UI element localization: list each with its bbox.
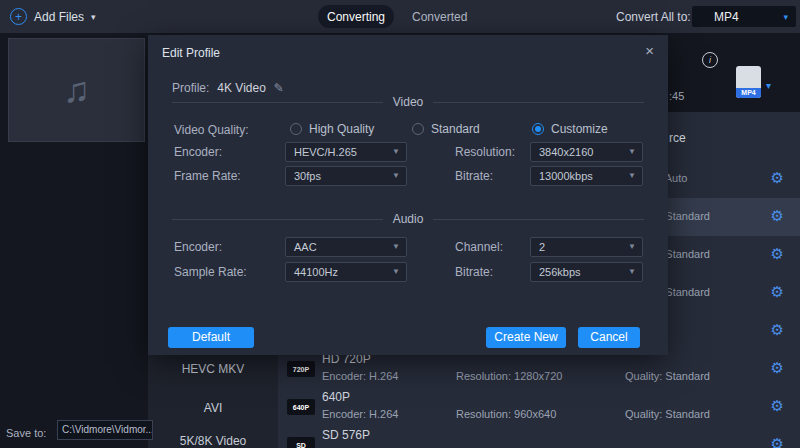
app-window: ♫ i :45 MP4 ▾ rce HEVC MKV AVI 5K/8K Vid… [0, 0, 800, 448]
chevron-down-icon: ▼ [392, 238, 400, 256]
video-bitrate-dropdown[interactable]: 13000kbps ▼ [530, 166, 643, 186]
output-format-icon[interactable]: MP4 [736, 66, 761, 98]
chevron-down-icon: ▼ [392, 263, 400, 281]
channel-dropdown[interactable]: 2 ▼ [530, 237, 643, 257]
profile-row-640p[interactable]: 640P 640P Encoder: H.264 Resolution: 960… [278, 388, 800, 426]
convert-all-label: Convert All to: [616, 0, 691, 33]
gear-icon[interactable]: ⚙ [771, 284, 784, 299]
profile-name-value: 4K Video [217, 81, 266, 95]
gear-icon[interactable]: ⚙ [771, 398, 784, 413]
chevron-down-icon: ▼ [628, 167, 636, 185]
radio-standard[interactable]: Standard [412, 122, 480, 136]
resolution-label: Resolution: [455, 142, 515, 162]
profile-resolution: Resolution: 1280x720 [456, 370, 562, 382]
profile-row-sd576p[interactable]: SD SD 576P ⚙ [278, 426, 800, 448]
music-note-icon: ♫ [63, 69, 90, 111]
chevron-down-icon: ▾ [783, 12, 788, 22]
media-thumbnail: ♫ [8, 38, 145, 142]
radio-customize[interactable]: Customize [532, 122, 608, 136]
tab-converted[interactable]: Converted [412, 5, 467, 28]
sample-rate-label: Sample Rate: [174, 262, 247, 282]
chevron-down-icon: ▼ [392, 167, 400, 185]
convert-all-dropdown[interactable]: MP4 ▾ [692, 6, 796, 27]
profile-title: SD 576P [322, 428, 370, 442]
profile-resolution: Resolution: 960x640 [456, 408, 556, 420]
radio-high-quality[interactable]: High Quality [290, 122, 374, 136]
dialog-title: Edit Profile [162, 46, 220, 60]
gear-icon[interactable]: ⚙ [771, 208, 784, 223]
gear-icon[interactable]: ⚙ [771, 246, 784, 261]
channel-label: Channel: [455, 237, 503, 257]
output-format-caret-icon[interactable]: ▾ [766, 80, 771, 91]
encoder-label: Encoder: [174, 142, 222, 162]
video-row-2: Frame Rate: 30fps ▼ Bitrate: 13000kbps ▼ [148, 166, 668, 186]
chevron-down-icon: ▼ [628, 143, 636, 161]
resolution-badge: SD [287, 437, 315, 448]
edit-pencil-icon[interactable]: ✎ [274, 81, 284, 95]
profile-quality: Quality: Standard [625, 408, 710, 420]
radio-icon [290, 123, 302, 135]
audio-section-header: Audio [172, 212, 644, 226]
resolution-badge: 720P [287, 361, 315, 377]
profile-row-hd720p[interactable]: 720P HD 720P Encoder: H.264 Resolution: … [278, 350, 800, 388]
sidebar-item-hevc-mkv[interactable]: HEVC MKV [148, 362, 278, 376]
default-button[interactable]: Default [168, 327, 254, 348]
sidebar-item-avi[interactable]: AVI [148, 401, 278, 415]
convert-all-value: MP4 [714, 10, 739, 24]
chevron-down-icon: ▼ [392, 143, 400, 161]
panel-header-fragment: rce [669, 131, 686, 145]
video-section-header: Video [172, 95, 644, 109]
create-new-button[interactable]: Create New [486, 327, 566, 348]
radio-icon [412, 123, 424, 135]
plus-icon: + [10, 8, 27, 25]
add-files-label: Add Files [34, 10, 84, 24]
tab-converting[interactable]: Converting [318, 5, 394, 28]
chevron-down-icon: ▾ [91, 12, 96, 22]
gear-icon[interactable]: ⚙ [771, 436, 784, 448]
frame-rate-dropdown[interactable]: 30fps ▼ [285, 166, 407, 186]
frame-rate-label: Frame Rate: [174, 166, 241, 186]
gear-icon[interactable]: ⚙ [771, 170, 784, 185]
video-quality-label: Video Quality: [174, 123, 249, 137]
audio-row-2: Sample Rate: 44100Hz ▼ Bitrate: 256kbps … [148, 262, 668, 282]
gear-icon[interactable]: ⚙ [771, 322, 784, 337]
video-bitrate-label: Bitrate: [455, 166, 493, 186]
chevron-down-icon: ▼ [628, 263, 636, 281]
media-duration: :45 [669, 90, 684, 102]
profile-quality: Quality: Standard [625, 370, 710, 382]
profile-label: Profile: [172, 81, 209, 95]
save-to-input[interactable]: C:\Vidmore\Vidmor... [57, 420, 153, 440]
audio-encoder-label: Encoder: [174, 237, 222, 257]
sidebar-item-5k8k[interactable]: 5K/8K Video [148, 434, 278, 448]
video-encoder-dropdown[interactable]: HEVC/H.265 ▼ [285, 142, 407, 162]
audio-row-1: Encoder: AAC ▼ Channel: 2 ▼ [148, 237, 668, 257]
info-icon[interactable]: i [702, 52, 718, 68]
add-files-button[interactable]: + Add Files ▾ [10, 0, 96, 33]
profile-name-row: Profile: 4K Video ✎ [172, 81, 284, 95]
save-to-label: Save to: [6, 427, 46, 439]
sample-rate-dropdown[interactable]: 44100Hz ▼ [285, 262, 407, 282]
audio-encoder-dropdown[interactable]: AAC ▼ [285, 237, 407, 257]
top-bar: + Add Files ▾ Converting Converted Conve… [0, 0, 800, 33]
video-row-1: Encoder: HEVC/H.265 ▼ Resolution: 3840x2… [148, 142, 668, 162]
resolution-dropdown[interactable]: 3840x2160 ▼ [530, 142, 643, 162]
audio-bitrate-label: Bitrate: [455, 262, 493, 282]
profile-encoder: Encoder: H.264 [322, 370, 398, 382]
gear-icon[interactable]: ⚙ [771, 360, 784, 375]
radio-checked-icon [532, 123, 544, 135]
close-icon[interactable]: × [645, 42, 654, 59]
resolution-badge: 640P [287, 399, 315, 415]
cancel-button[interactable]: Cancel [578, 327, 640, 348]
profile-title: 640P [322, 390, 350, 404]
output-format-label: MP4 [736, 88, 761, 98]
chevron-down-icon: ▼ [628, 238, 636, 256]
edit-profile-dialog: Edit Profile × Profile: 4K Video ✎ Video… [148, 35, 668, 355]
profile-encoder: Encoder: H.264 [322, 408, 398, 420]
audio-bitrate-dropdown[interactable]: 256kbps ▼ [530, 262, 643, 282]
